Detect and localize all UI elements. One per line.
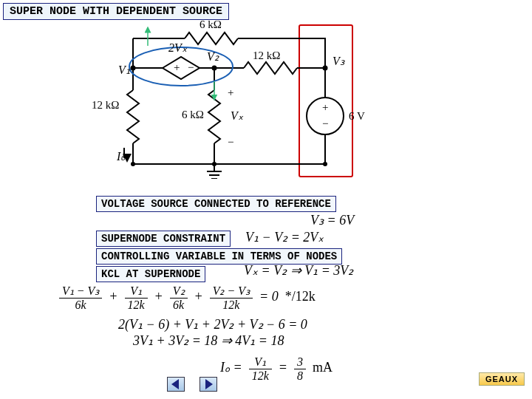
caption-voltage-ref: VOLTAGE SOURCE CONNECTED TO REFERENCE [96, 196, 336, 212]
eq-controlvar: Vₓ = V₂ ⇒ V₁ = 3V₂ [244, 262, 353, 279]
label-vx-plus: + [228, 86, 233, 98]
eq-io-result: Iₒ = V₁12k = 38 mA [220, 355, 332, 383]
chevron-right-icon [205, 379, 213, 389]
svg-point-11 [131, 66, 136, 71]
svg-text:−: − [322, 117, 328, 129]
eq-constraint: V₁ − V₂ = 2Vₓ [245, 229, 324, 245]
eq-kcl-2: 2(V₁ − 6) + V₁ + 2V₂ + V₂ − 6 = 0 [118, 316, 307, 332]
svg-marker-4 [163, 57, 200, 79]
eq-v3: V₃ = 6V [310, 212, 354, 228]
svg-point-13 [323, 66, 328, 71]
svg-point-15 [212, 162, 216, 166]
svg-point-12 [212, 66, 217, 71]
label-v1: V₁ [118, 64, 130, 76]
svg-text:−: − [188, 61, 194, 73]
nav-buttons [163, 377, 222, 395]
label-r-top: 6 kΩ [200, 18, 222, 30]
svg-point-16 [323, 162, 327, 166]
eq-kcl-3: 3V₁ + 3V₂ = 18 ⇒ 4V₁ = 18 [133, 332, 284, 349]
svg-point-14 [131, 162, 135, 166]
next-button[interactable] [200, 377, 217, 392]
prev-button[interactable] [167, 377, 185, 392]
label-io: I₀ [116, 150, 126, 163]
caption-supernode-constraint: SUPERNODE CONSTRAINT [96, 231, 231, 247]
eq-kcl-main: V₁ − V₃6k + V₁12k + V₂6k + V₂ − V₃12k = … [59, 284, 316, 312]
svg-text:+: + [322, 101, 328, 113]
circuit-diagram: + − + − 6 kΩ 12 kΩ 12 kΩ 6 kΩ 2Vₓ V₁ V₂ … [89, 16, 384, 179]
label-vx-minus: − [228, 136, 233, 148]
label-dep-src: 2Vₓ [168, 41, 188, 54]
caption-kcl: KCL AT SUPERNODE [96, 266, 205, 282]
svg-text:+: + [174, 61, 180, 73]
label-vx: Vₓ [231, 109, 244, 122]
label-v3: V₃ [332, 55, 345, 67]
label-indep-src: 6 V [349, 110, 365, 122]
chevron-left-icon [171, 379, 179, 389]
label-r-right: 12 kΩ [253, 50, 280, 61]
brand-badge: GEAUX [479, 372, 525, 386]
label-r-mid: 6 kΩ [182, 109, 204, 120]
label-r-left: 12 kΩ [92, 99, 119, 111]
label-v2: V₂ [207, 50, 219, 63]
